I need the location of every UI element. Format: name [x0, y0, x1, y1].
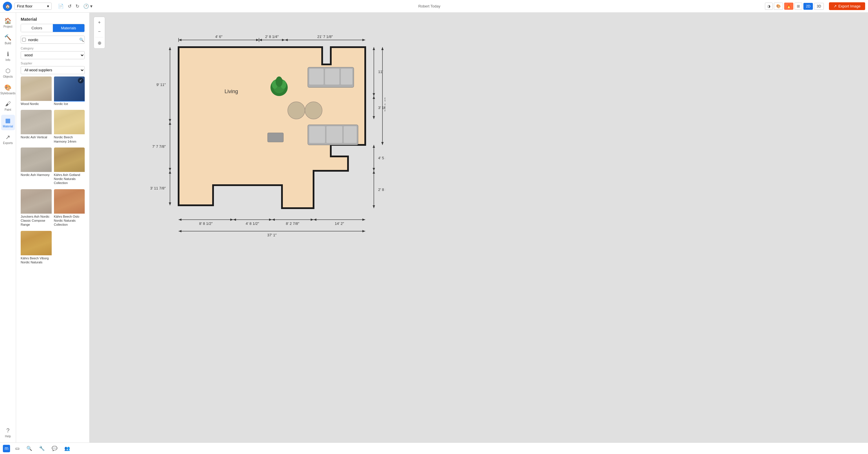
sidebar-item-material[interactable]: ▦ Material	[1, 115, 15, 130]
topbar: 🏠 First floor ▾ 📄 ↺ ↻ 🕐 ▾ Robert Today ◑…	[0, 0, 868, 13]
dim-arrow	[373, 205, 375, 208]
material-item-kahrs-viborg[interactable]: Kährs Beech Viborg Nordic Naturals	[21, 231, 52, 266]
dim-text: 4′ 6″	[215, 34, 222, 39]
objects-icon: ⬡	[5, 67, 10, 74]
tab-colors[interactable]: Colors	[21, 24, 53, 32]
search-row: 🔍	[21, 36, 85, 44]
sidebar-item-objects[interactable]: ⬡ Objects	[1, 65, 15, 81]
history-button[interactable]: 🕐 ▾	[82, 2, 94, 10]
sidebar-item-project[interactable]: 🏠 Project	[1, 15, 15, 30]
bottombar-tools[interactable]: 🔧	[37, 445, 46, 452]
bottombar-rect[interactable]: ▭	[13, 445, 21, 452]
undo-button[interactable]: ↺	[67, 2, 73, 10]
redo-button[interactable]: ↻	[74, 2, 81, 10]
dim-arrow	[373, 93, 375, 96]
grid-button[interactable]: ⊞	[795, 3, 802, 10]
export-button[interactable]: ↗ Export Image	[829, 2, 865, 10]
bottombar-comment[interactable]: 💬	[50, 445, 59, 452]
sidebar-item-exports[interactable]: ↗ Exports	[1, 132, 15, 147]
contrast-button[interactable]: ◑	[765, 3, 773, 10]
search-input[interactable]	[27, 36, 78, 44]
material-item-nordic-ice[interactable]: ✓ Nordic Ice	[54, 77, 85, 108]
bottombar-select[interactable]: m	[3, 445, 10, 452]
user-info: Robert Today	[96, 4, 763, 8]
canvas-area[interactable]: + − ⊕ Living	[90, 13, 868, 443]
tab-materials[interactable]: Materials	[53, 24, 85, 32]
sofa-cushion-2	[325, 69, 339, 85]
paint-icon: 🖌	[5, 101, 11, 107]
dim-arrow	[285, 39, 288, 41]
material-thumb	[54, 110, 85, 134]
sidebar-item-paint[interactable]: 🖌 Paint	[1, 98, 15, 114]
material-item-kahrs-gotland[interactable]: Kährs Ash Gotland Nordic Naturals Collec…	[54, 147, 85, 187]
dim-arrow	[259, 39, 262, 41]
material-item-nordic-ash-v[interactable]: Nordic Ash Vertical	[21, 110, 52, 145]
2d-button[interactable]: 2D	[803, 3, 813, 10]
supplier-label: Supplier	[21, 61, 85, 65]
sidebar-item-styleboards[interactable]: 🎨 Styleboards	[1, 82, 15, 97]
search-button[interactable]: 🔍	[78, 36, 85, 43]
supplier-select[interactable]: All wood suppliers Kährs Junckers Nordic	[21, 66, 85, 74]
dim-text: 23′ 3 1/2″	[384, 97, 385, 113]
dim-text: 14′ 2″	[335, 221, 344, 226]
locate-button[interactable]: ⊕	[95, 38, 104, 47]
sidebar-item-build[interactable]: 🔨 Build	[1, 32, 15, 47]
material-item-nordic-beech[interactable]: Nordic Beech Harmony 14mm	[54, 110, 85, 145]
palette-button[interactable]: 🎨	[774, 3, 783, 10]
sidebar-item-label: Build	[5, 42, 11, 45]
topbar-actions: 📄 ↺ ↻ 🕐 ▾	[57, 2, 94, 10]
select-icon: m	[5, 446, 8, 451]
material-item-wood-nordic[interactable]: Wood Nordic	[21, 77, 52, 108]
zoom-in-button[interactable]: +	[95, 18, 104, 27]
material-item-nordic-ash-h[interactable]: Nordic Ash Harmony	[21, 147, 52, 187]
app-logo[interactable]: 🏠	[3, 2, 12, 11]
3d-button[interactable]: 3D	[814, 3, 824, 10]
sidebar-item-label: Help	[5, 435, 11, 438]
dim-arrow	[169, 119, 171, 122]
dim-text: 8′ 2 7/8″	[286, 221, 300, 226]
search-checkbox[interactable]	[22, 37, 26, 42]
dim-arrow	[269, 219, 272, 221]
sidebar-item-help[interactable]: ? Help	[1, 425, 15, 440]
sofa-main-cushion-2	[327, 126, 342, 143]
file-icon[interactable]: 📄	[57, 2, 65, 10]
sidebar-item-label: Objects	[3, 75, 13, 78]
flame-button[interactable]: 🔥	[784, 3, 793, 10]
sofa-cushion-1	[309, 69, 323, 85]
dim-arrow	[373, 145, 375, 148]
export-label: Export Image	[838, 4, 861, 8]
bottombar: m ▭ 🔍 🔧 💬 👥	[0, 443, 868, 454]
main-area: 🏠 Project 🔨 Build ℹ Info ⬡ Objects 🎨 Sty…	[0, 13, 868, 443]
dim-arrow	[179, 230, 182, 232]
category-label: Category	[21, 47, 85, 50]
selected-check-icon: ✓	[78, 78, 84, 83]
dim-text: 3′ 11 7/8″	[150, 186, 166, 190]
build-icon: 🔨	[4, 34, 11, 41]
material-thumb	[21, 110, 52, 134]
ottoman-2	[305, 102, 322, 119]
dim-arrow	[169, 202, 171, 205]
project-icon: 🏠	[4, 17, 11, 24]
canvas-toolbar: + − ⊕	[94, 17, 105, 49]
material-thumb	[21, 231, 52, 255]
material-grid: Wood Nordic ✓ Nordic Ice Nordic Ash Vert…	[16, 77, 89, 271]
plant-leaf-3	[276, 77, 282, 87]
dim-text: 21′ 7 1/8″	[317, 34, 333, 39]
floor-selector[interactable]: First floor ▾	[14, 3, 52, 10]
material-item-kahrs-oslo[interactable]: Kährs Beech Oslo Nordic Naturals Collect…	[54, 189, 85, 229]
dim-text-total: 37′ 1″	[267, 233, 277, 237]
bottombar-share[interactable]: 👥	[63, 445, 72, 452]
sofa-main-cushion-3	[344, 126, 356, 143]
dim-arrow	[282, 39, 285, 41]
sidebar-item-label: Project	[3, 25, 12, 28]
sidebar-item-label: Material	[3, 125, 13, 128]
sidebar-item-label: Styleboards	[0, 92, 16, 95]
bottombar-search[interactable]: 🔍	[25, 445, 34, 452]
zoom-out-button[interactable]: −	[95, 27, 104, 36]
dim-arrow	[381, 142, 383, 145]
dim-text: 7′ 7 7/8″	[152, 144, 166, 149]
dim-text: 9′ 11″	[156, 83, 166, 87]
material-item-junckers[interactable]: Junckers Ash Nordic Classic Compose Rang…	[21, 189, 52, 229]
category-select[interactable]: wood stone tile carpet	[21, 51, 85, 59]
sidebar-item-info[interactable]: ℹ Info	[1, 48, 15, 64]
